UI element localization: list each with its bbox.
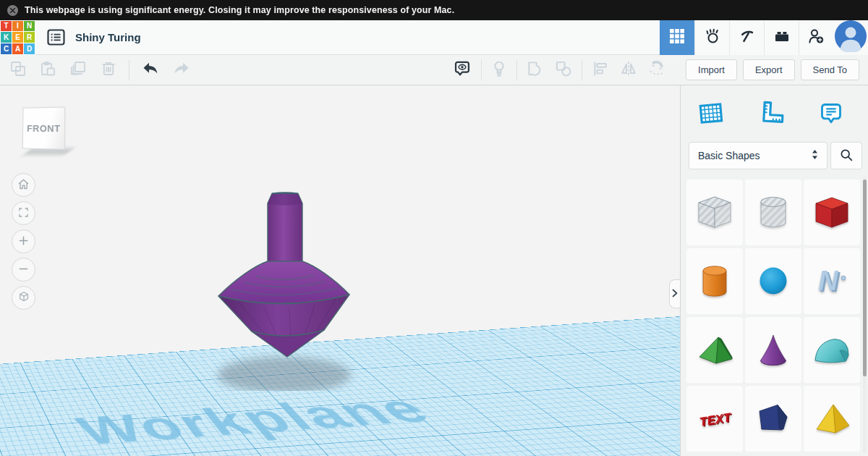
shape-box[interactable] [804, 180, 860, 245]
shape-transparent-box[interactable] [686, 180, 743, 245]
workplane-tool-button[interactable] [692, 95, 730, 135]
hand-drop-icon [703, 27, 722, 48]
energy-warning-text: This webpage is using significant energy… [25, 5, 454, 15]
tinkercad-logo[interactable]: T I N K E R C A D [0, 20, 35, 55]
share-invite-button[interactable] [799, 20, 833, 55]
model-spinning-top[interactable] [203, 181, 369, 391]
mirror-icon [618, 59, 639, 81]
toolbar-separator [129, 60, 129, 80]
chevron-right-icon [672, 289, 678, 300]
panel-scrollbar-thumb[interactable] [863, 180, 867, 376]
home-icon [16, 177, 31, 194]
viewcube[interactable]: FRONT [22, 107, 65, 149]
edit-toolbar: Import Export Send To [0, 55, 868, 85]
minecraft-export-button[interactable] [729, 20, 764, 55]
logo-cell: A [12, 43, 23, 54]
shape-text[interactable]: TEXTTEXT [686, 386, 743, 452]
shape-scribble-n[interactable]: NN [804, 248, 860, 314]
paste-icon [38, 59, 57, 80]
home-view-button[interactable] [12, 173, 35, 197]
ruler-tool-button[interactable] [753, 95, 791, 135]
workplane-label: Workplane [69, 387, 447, 453]
ungroup-button[interactable] [553, 59, 574, 81]
workplane-icon [695, 121, 727, 132]
notes-tool-button[interactable] [814, 96, 848, 133]
panel-tools [681, 93, 860, 136]
zoom-in-button[interactable] [12, 229, 35, 253]
panel-scrollbar[interactable] [863, 177, 867, 453]
shape-pyramid[interactable] [804, 386, 860, 452]
logo-cell: R [24, 32, 35, 43]
viewcube-front-label: FRONT [27, 122, 60, 133]
select-arrows-icon [812, 149, 818, 162]
svg-text:N: N [818, 266, 839, 296]
perspective-toggle-button[interactable] [12, 286, 35, 310]
brick-icon [773, 27, 791, 48]
toolbar-separator [481, 60, 482, 80]
design-title[interactable]: Shiny Turing [75, 31, 141, 43]
mirror-button[interactable] [618, 59, 639, 81]
paste-button[interactable] [38, 59, 57, 80]
shape-round-roof[interactable] [804, 317, 860, 383]
export-button[interactable]: Export [743, 59, 795, 80]
header-actions [660, 20, 868, 55]
shapes-panel: Basic Shapes [681, 85, 868, 456]
copy-button[interactable] [9, 59, 27, 80]
shape-sphere[interactable] [745, 248, 801, 314]
panel-collapse-tab[interactable] [669, 279, 680, 308]
shape-search-button[interactable] [830, 142, 862, 169]
shape-cone[interactable] [745, 317, 801, 383]
view-controls [12, 173, 35, 310]
shape-polygon[interactable] [745, 386, 801, 452]
tinkercad-app: This webpage is using significant energy… [0, 0, 868, 456]
shape-transparent-cylinder[interactable] [745, 180, 801, 245]
group-icon [525, 59, 545, 81]
logo-cell: D [24, 43, 35, 54]
duplicate-button[interactable] [68, 59, 88, 80]
fit-view-icon [17, 206, 30, 221]
logo-cell: C [1, 43, 12, 54]
shape-category-select[interactable]: Basic Shapes [689, 142, 827, 169]
send-to-button[interactable]: Send To [801, 59, 859, 80]
brick-export-button[interactable] [764, 20, 799, 55]
grid-icon [668, 28, 686, 48]
svg-text:TEXT: TEXT [699, 410, 733, 428]
energy-warning-bar: This webpage is using significant energy… [0, 0, 868, 20]
import-button[interactable]: Import [686, 59, 737, 80]
model-shadow [218, 357, 351, 391]
shape-roof[interactable] [686, 317, 743, 383]
logo-cell: I [12, 21, 23, 32]
logo-cell: T [1, 21, 12, 32]
fit-view-button[interactable] [12, 201, 35, 225]
ruler-icon [756, 121, 788, 132]
undo-icon [140, 60, 161, 80]
cube-icon [17, 290, 31, 306]
duplicate-icon [68, 59, 88, 80]
avatar-icon [835, 20, 867, 55]
lightbulb-icon [490, 59, 509, 81]
logo-cell: K [1, 32, 12, 43]
group-button[interactable] [525, 59, 545, 81]
viewport-3d[interactable]: Workplane [0, 85, 681, 456]
align-button[interactable] [590, 59, 610, 81]
design-menu-icon[interactable] [47, 29, 66, 46]
account-avatar[interactable] [833, 20, 868, 55]
toolbar-separator [516, 60, 517, 80]
undo-button[interactable] [140, 60, 161, 80]
plus-icon [17, 234, 30, 250]
show-hide-button[interactable] [451, 59, 473, 81]
category-value: Basic Shapes [698, 150, 760, 161]
sim-lab-button[interactable] [694, 20, 729, 55]
magnet-icon [647, 59, 667, 81]
copy-icon [9, 59, 27, 80]
show-all-button[interactable] [490, 59, 509, 81]
close-icon[interactable] [7, 5, 18, 16]
redo-button[interactable] [171, 60, 192, 80]
delete-button[interactable] [99, 59, 118, 80]
snap-magnet-button[interactable] [647, 59, 667, 81]
shape-cylinder[interactable] [686, 248, 743, 314]
viewcube-shadow [23, 148, 74, 155]
dashboard-grid-button[interactable] [660, 20, 694, 55]
zoom-out-button[interactable] [12, 258, 35, 282]
toolbar-separator [582, 60, 582, 80]
